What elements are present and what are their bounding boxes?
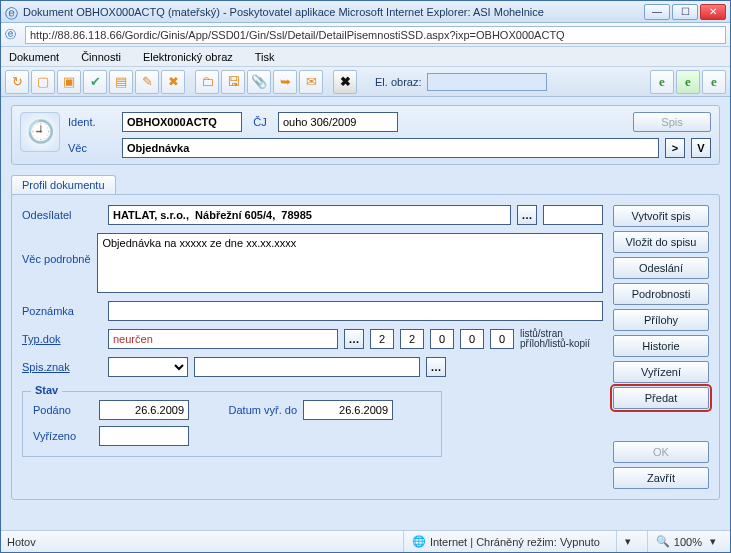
odesilatel-extra-field[interactable] — [543, 205, 603, 225]
elobraz-field[interactable] — [427, 73, 547, 91]
odeslani-button[interactable]: Odeslání — [613, 257, 709, 279]
vyrizeno-label: Vyřízeno — [33, 430, 93, 442]
e-button-2[interactable]: e — [676, 70, 700, 94]
odesilatel-label: Odesílatel — [22, 209, 102, 221]
vec-more-button[interactable]: > — [665, 138, 685, 158]
vec-field[interactable] — [122, 138, 659, 158]
status-sec[interactable]: ▾ — [616, 531, 639, 552]
vyrizeni-button[interactable]: Vyřízení — [613, 361, 709, 383]
typdok-field[interactable] — [108, 329, 338, 349]
globe-icon: 🌐 — [412, 535, 426, 548]
odesilatel-pick-button[interactable]: … — [517, 205, 537, 225]
stav-legend: Stav — [31, 384, 62, 396]
status-zone: Internet | Chráněný režim: Vypnuto — [430, 536, 600, 548]
menu-bar: Dokument Činnosti Elektronický obraz Tis… — [1, 47, 730, 67]
spisznak-pick-button[interactable]: … — [426, 357, 446, 377]
vecpodrobne-label: Věc podrobně — [22, 233, 91, 265]
vyrizeno-field[interactable] — [99, 426, 189, 446]
tab-profil-dokumentu[interactable]: Profil dokumentu — [11, 175, 116, 194]
cj-field[interactable] — [278, 112, 398, 132]
prilohy-button[interactable]: Přílohy — [613, 309, 709, 331]
forward-icon[interactable]: ➥ — [273, 70, 297, 94]
mail-icon[interactable]: ✉ — [299, 70, 323, 94]
refresh-icon[interactable]: ↻ — [5, 70, 29, 94]
menu-tisk[interactable]: Tisk — [255, 51, 275, 63]
open-icon[interactable]: ▣ — [57, 70, 81, 94]
datvyr-field[interactable] — [303, 400, 393, 420]
status-hotovo: Hotov — [7, 536, 36, 548]
poznamka-field[interactable] — [108, 301, 603, 321]
typdok-label[interactable]: Typ.dok — [22, 333, 102, 345]
podano-label: Podáno — [33, 404, 93, 416]
toolbar: ↻ ▢ ▣ ✔ ▤ ✎ ✖ 🗀 🖫 📎 ➥ ✉ ✖ El. obraz: e e… — [1, 67, 730, 97]
status-zoom: 100% — [674, 536, 702, 548]
minimize-button[interactable]: — — [644, 4, 670, 20]
page-icon: ⓔ — [5, 27, 21, 43]
spisznak-field[interactable] — [194, 357, 420, 377]
ie-icon: ⓔ — [5, 5, 19, 19]
num-stran[interactable] — [400, 329, 424, 349]
maximize-button[interactable]: ☐ — [672, 4, 698, 20]
new-icon[interactable]: ▢ — [31, 70, 55, 94]
datvyr-label: Datum vyř. do — [207, 404, 297, 416]
elobraz-label: El. obraz: — [375, 76, 421, 88]
menu-elobraz[interactable]: Elektronický obraz — [143, 51, 233, 63]
spisznak-select[interactable] — [108, 357, 188, 377]
typdok-pick-button[interactable]: … — [344, 329, 364, 349]
close-button[interactable]: ✕ — [700, 4, 726, 20]
zavrit-button[interactable]: Zavřít — [613, 467, 709, 489]
spis-button[interactable]: Spis — [633, 112, 711, 132]
predat-button[interactable]: Předat — [613, 387, 709, 409]
vytvorit-spis-button[interactable]: Vytvořit spis — [613, 205, 709, 227]
odesilatel-field[interactable] — [108, 205, 511, 225]
vec-label: Věc — [68, 142, 116, 154]
num-listu2[interactable] — [460, 329, 484, 349]
window-title: Dokument OBHOX000ACTQ (mateřský) - Posky… — [23, 6, 644, 18]
num-priloh[interactable] — [430, 329, 454, 349]
spisznak-label[interactable]: Spis.znak — [22, 361, 102, 373]
zoom-icon: 🔍 — [656, 535, 670, 548]
ok-button[interactable]: OK — [613, 441, 709, 463]
menu-cinnosti[interactable]: Činnosti — [81, 51, 121, 63]
num-kopii[interactable] — [490, 329, 514, 349]
e-button-3[interactable]: e — [702, 70, 726, 94]
check-icon[interactable]: ✔ — [83, 70, 107, 94]
cj-label: ČJ — [248, 116, 272, 128]
doc-icon[interactable]: ▤ — [109, 70, 133, 94]
historie-button[interactable]: Historie — [613, 335, 709, 357]
stav-group: Stav Podáno Datum vyř. do Vyřízeno — [22, 391, 442, 457]
vlozit-do-spisu-button[interactable]: Vložit do spisu — [613, 231, 709, 253]
ident-field[interactable] — [122, 112, 242, 132]
document-icon: 🕘 — [20, 112, 60, 152]
folder-icon[interactable]: 🗀 — [195, 70, 219, 94]
poznamka-label: Poznámka — [22, 305, 102, 317]
vec-v-button[interactable]: V — [691, 138, 711, 158]
num-listu[interactable] — [370, 329, 394, 349]
listu-label-2: příloh/listů-kopií — [520, 339, 590, 349]
x-button[interactable]: ✖ — [333, 70, 357, 94]
ident-label: Ident. — [68, 116, 116, 128]
edit-icon[interactable]: ✎ — [135, 70, 159, 94]
podano-field[interactable] — [99, 400, 189, 420]
delete-icon[interactable]: ✖ — [161, 70, 185, 94]
vecpodrobne-field[interactable] — [97, 233, 603, 293]
e-button-1[interactable]: e — [650, 70, 674, 94]
podrobnosti-button[interactable]: Podrobnosti — [613, 283, 709, 305]
menu-dokument[interactable]: Dokument — [9, 51, 59, 63]
address-input[interactable] — [25, 26, 726, 44]
attach-icon[interactable]: 📎 — [247, 70, 271, 94]
save-icon[interactable]: 🖫 — [221, 70, 245, 94]
